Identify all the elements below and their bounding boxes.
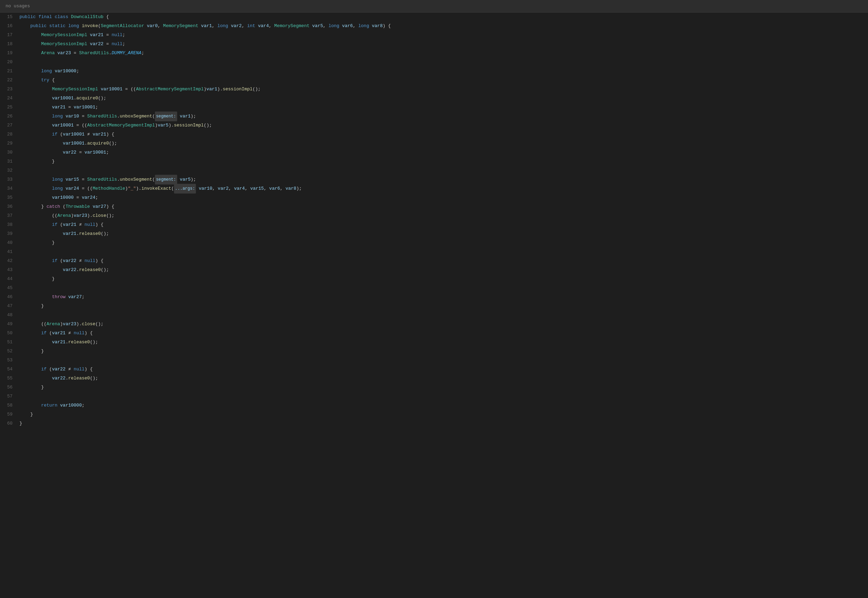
line-num-33: 33	[3, 175, 12, 184]
code-line-38: if (var21 ≠ null) {	[18, 220, 868, 229]
code-line-48	[18, 311, 868, 320]
line-num-59: 59	[3, 410, 12, 419]
code-line-30: var22 = var10001;	[18, 148, 868, 157]
line-num-58: 58	[3, 401, 12, 410]
line-num-26: 26	[3, 112, 12, 121]
line-num-38: 38	[3, 220, 12, 229]
code-line-36: } catch (Throwable var27) {	[18, 202, 868, 211]
code-line-16: public static long invoke(SegmentAllocat…	[18, 21, 868, 31]
line-num-31: 31	[3, 157, 12, 166]
code-line-21: long var10000;	[18, 67, 868, 76]
no-usages-bar: no usages	[0, 0, 868, 12]
line-num-25: 25	[3, 103, 12, 112]
line-num-54: 54	[3, 365, 12, 374]
line-num-47: 47	[3, 302, 12, 311]
line-num-36: 36	[3, 202, 12, 211]
line-num-53: 53	[3, 356, 12, 365]
line-num-39: 39	[3, 229, 12, 238]
line-num-52: 52	[3, 347, 12, 356]
line-num-18: 18	[3, 40, 12, 49]
code-line-22: try {	[18, 76, 868, 85]
line-num-49: 49	[3, 320, 12, 329]
code-line-34: long var24 = ((MethodHandle)"_").invokeE…	[18, 184, 868, 193]
line-num-22: 22	[3, 76, 12, 85]
code-line-35: var10000 = var24;	[18, 193, 868, 202]
line-numbers: 15 16 17 18 19 20 21 22 23 24 25 26 27 2…	[0, 12, 18, 598]
line-num-30: 30	[3, 148, 12, 157]
line-num-57: 57	[3, 392, 12, 401]
line-num-35: 35	[3, 193, 12, 202]
code-area: 15 16 17 18 19 20 21 22 23 24 25 26 27 2…	[0, 12, 868, 598]
code-line-33: long var15 = SharedUtils.unboxSegment(se…	[18, 175, 868, 184]
code-line-29: var10001.acquire0();	[18, 139, 868, 148]
line-num-48: 48	[3, 311, 12, 320]
line-num-60: 60	[3, 419, 12, 428]
code-line-47: }	[18, 302, 868, 311]
code-line-37: ((Arena)var23).close();	[18, 211, 868, 220]
code-line-40: }	[18, 238, 868, 247]
code-line-28: if (var10001 ≠ var21) {	[18, 130, 868, 139]
line-num-32: 32	[3, 166, 12, 175]
code-line-26: long var10 = SharedUtils.unboxSegment(se…	[18, 112, 868, 121]
code-line-50: if (var21 ≠ null) {	[18, 329, 868, 338]
code-line-55: var22.release0();	[18, 374, 868, 383]
line-num-51: 51	[3, 338, 12, 347]
code-line-57	[18, 392, 868, 401]
code-line-17: MemorySessionImpl var21 = null;	[18, 31, 868, 40]
code-line-15: public final class DowncallStub {	[18, 12, 868, 21]
line-num-41: 41	[3, 247, 12, 256]
code-line-46: throw var27;	[18, 293, 868, 302]
line-num-27: 27	[3, 121, 12, 130]
code-line-42: if (var22 ≠ null) {	[18, 256, 868, 266]
code-line-51: var21.release0();	[18, 338, 868, 347]
line-num-40: 40	[3, 238, 12, 247]
code-line-59: }	[18, 410, 868, 419]
code-line-20	[18, 58, 868, 67]
code-line-27: var10001 = ((AbstractMemorySegmentImpl)v…	[18, 121, 868, 130]
line-num-16: 16	[3, 21, 12, 31]
line-num-29: 29	[3, 139, 12, 148]
code-line-24: var10001.acquire0();	[18, 94, 868, 103]
code-line-60: }	[18, 419, 868, 428]
code-line-53	[18, 356, 868, 365]
code-line-49: ((Arena)var23).close();	[18, 320, 868, 329]
editor-container: no usages 15 16 17 18 19 20 21 22 23 24 …	[0, 0, 868, 598]
no-usages-text: no usages	[6, 3, 30, 9]
line-num-23: 23	[3, 85, 12, 94]
code-line-41	[18, 247, 868, 256]
line-num-56: 56	[3, 383, 12, 392]
line-num-24: 24	[3, 94, 12, 103]
line-num-50: 50	[3, 329, 12, 338]
code-line-58: return var10000;	[18, 401, 868, 410]
line-num-43: 43	[3, 266, 12, 275]
code-line-52: }	[18, 347, 868, 356]
code-line-23: MemorySessionImpl var10001 = ((AbstractM…	[18, 85, 868, 94]
line-num-28: 28	[3, 130, 12, 139]
code-line-32	[18, 166, 868, 175]
line-num-34: 34	[3, 184, 12, 193]
code-line-25: var21 = var10001;	[18, 103, 868, 112]
line-num-46: 46	[3, 293, 12, 302]
line-num-37: 37	[3, 211, 12, 220]
code-line-31: }	[18, 157, 868, 166]
line-num-42: 42	[3, 256, 12, 266]
code-line-44: }	[18, 275, 868, 284]
line-num-19: 19	[3, 49, 12, 58]
code-line-54: if (var22 ≠ null) {	[18, 365, 868, 374]
code-line-39: var21.release0();	[18, 229, 868, 238]
line-num-44: 44	[3, 275, 12, 284]
code-content[interactable]: public final class DowncallStub { public…	[18, 12, 868, 598]
line-num-17: 17	[3, 31, 12, 40]
code-line-56: }	[18, 383, 868, 392]
line-num-55: 55	[3, 374, 12, 383]
code-line-45	[18, 284, 868, 293]
code-line-18: MemorySessionImpl var22 = null;	[18, 40, 868, 49]
line-num-20: 20	[3, 58, 12, 67]
code-line-43: var22.release0();	[18, 266, 868, 275]
line-num-15: 15	[3, 12, 12, 21]
code-line-19: Arena var23 = SharedUtils.DUMMY_ARENA;	[18, 49, 868, 58]
line-num-21: 21	[3, 67, 12, 76]
line-num-45: 45	[3, 284, 12, 293]
